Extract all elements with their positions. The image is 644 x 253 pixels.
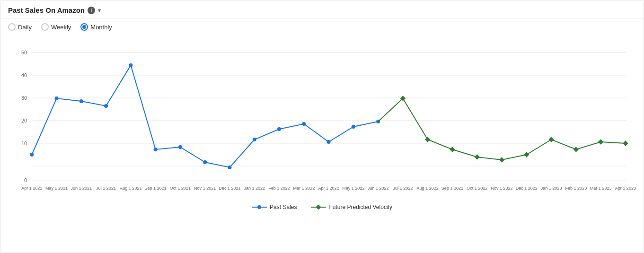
radio-circle-monthly — [80, 23, 88, 31]
svg-text:Jan 1 2023: Jan 1 2023 — [541, 186, 562, 191]
svg-text:0: 0 — [24, 177, 27, 183]
svg-text:Apr 1 2023: Apr 1 2023 — [615, 186, 636, 191]
chevron-down-icon[interactable]: ▾ — [98, 7, 101, 14]
svg-text:Jul 1 2021: Jul 1 2021 — [96, 186, 116, 191]
data-point — [623, 140, 628, 146]
legend-future-velocity-label: Future Predicted Velocity — [329, 204, 392, 210]
data-point — [154, 148, 158, 151]
radio-circle-daily — [8, 23, 16, 31]
data-point — [475, 154, 480, 159]
svg-point-39 — [257, 205, 261, 209]
svg-text:Oct 1 2022: Oct 1 2022 — [467, 186, 487, 191]
data-point — [277, 127, 281, 131]
svg-text:Apr 1 2021: Apr 1 2021 — [21, 186, 42, 191]
svg-text:May 1 2022: May 1 2022 — [342, 186, 364, 191]
svg-text:Mar 1 2022: Mar 1 2022 — [293, 186, 315, 191]
card-title: Past Sales On Amazon — [8, 6, 85, 14]
data-point — [178, 145, 182, 149]
legend-past-sales-label: Past Sales — [270, 204, 297, 210]
svg-text:Sep 1 2022: Sep 1 2022 — [441, 186, 463, 191]
svg-text:Jan 1 2022: Jan 1 2022 — [244, 186, 265, 191]
radio-option-daily[interactable]: Daily — [8, 23, 32, 31]
data-point — [203, 160, 207, 164]
svg-text:Nov 1 2022: Nov 1 2022 — [491, 186, 512, 191]
chart-area: 50 40 30 20 10 0 — [0, 34, 644, 223]
data-point — [302, 122, 306, 126]
data-point — [327, 140, 331, 144]
chart-card: Past Sales On Amazon i ▾ Daily Weekly Mo… — [0, 0, 644, 253]
data-point — [129, 63, 132, 67]
svg-text:Feb 1 2022: Feb 1 2022 — [268, 186, 290, 191]
radio-label-daily: Daily — [18, 24, 32, 31]
time-period-radio-group: Daily Weekly Monthly — [0, 18, 644, 34]
chart-legend: Past Sales Future Predicted Velocity — [8, 201, 636, 212]
data-point — [104, 104, 108, 108]
svg-text:Oct 1 2021: Oct 1 2021 — [170, 186, 191, 191]
radio-option-weekly[interactable]: Weekly — [41, 23, 71, 31]
card-header: Past Sales On Amazon i ▾ — [0, 0, 644, 18]
svg-text:Dec 1 2022: Dec 1 2022 — [516, 186, 538, 191]
data-point — [524, 152, 529, 157]
data-point — [228, 166, 231, 169]
svg-text:Jun 1 2021: Jun 1 2021 — [71, 186, 92, 191]
data-point — [598, 139, 603, 144]
radio-option-monthly[interactable]: Monthly — [80, 23, 112, 31]
data-point — [352, 125, 355, 129]
data-point — [79, 99, 83, 103]
data-point — [573, 147, 579, 152]
radio-circle-weekly — [41, 23, 49, 31]
data-point — [450, 147, 455, 152]
svg-text:Apr 1 2022: Apr 1 2022 — [318, 186, 339, 191]
radio-label-monthly: Monthly — [90, 24, 112, 31]
svg-text:30: 30 — [21, 95, 27, 101]
svg-text:Sep 1 2021: Sep 1 2021 — [145, 186, 167, 191]
svg-text:10: 10 — [21, 140, 27, 146]
svg-text:Aug 1 2021: Aug 1 2021 — [120, 186, 141, 191]
svg-text:Jun 1 2022: Jun 1 2022 — [368, 186, 389, 191]
radio-label-weekly: Weekly — [51, 24, 71, 31]
svg-text:Jul 1 2022: Jul 1 2022 — [393, 186, 413, 191]
legend-future-velocity: Future Predicted Velocity — [311, 204, 392, 210]
data-point — [425, 137, 430, 142]
svg-text:50: 50 — [21, 50, 27, 55]
data-point — [30, 153, 34, 157]
svg-text:20: 20 — [21, 118, 27, 123]
svg-text:Mar 1 2023: Mar 1 2023 — [590, 186, 612, 191]
data-point — [253, 138, 256, 141]
svg-rect-41 — [316, 205, 321, 209]
svg-text:40: 40 — [21, 72, 27, 78]
data-point — [55, 96, 59, 100]
chart-svg: 50 40 30 20 10 0 — [8, 38, 636, 199]
svg-text:Feb 1 2023: Feb 1 2023 — [565, 186, 587, 191]
svg-text:Aug 1 2022: Aug 1 2022 — [417, 186, 439, 191]
data-point — [499, 157, 504, 162]
legend-past-sales: Past Sales — [252, 204, 297, 210]
info-icon[interactable]: i — [88, 7, 95, 14]
data-point — [548, 137, 554, 142]
svg-text:Nov 1 2021: Nov 1 2021 — [194, 186, 216, 191]
svg-text:May 1 2021: May 1 2021 — [45, 186, 68, 191]
svg-text:Dec 1 2021: Dec 1 2021 — [219, 186, 240, 191]
